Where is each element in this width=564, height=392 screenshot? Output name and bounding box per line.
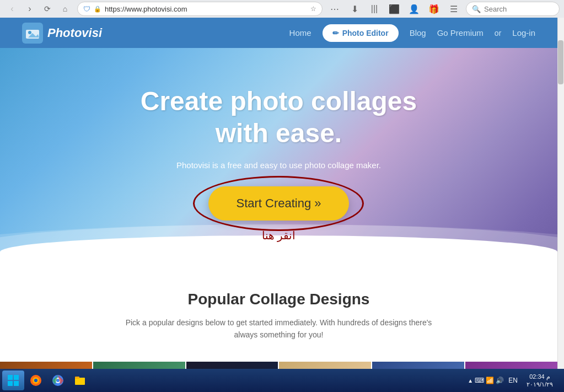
forward-button[interactable]: › — [22, 1, 37, 17]
svg-rect-6 — [14, 381, 19, 386]
windows-icon — [7, 374, 20, 387]
settings-button[interactable]: ☰ — [446, 1, 461, 17]
back-button[interactable]: ‹ — [4, 1, 20, 17]
bookmark-icon[interactable]: ☆ — [310, 5, 316, 13]
library-icon[interactable]: ||| — [367, 1, 382, 17]
svg-point-1 — [28, 31, 31, 34]
taskbar: ▲ ⌨ 📶 🔊 EN 02:34 م ٢٠١٩/١/٢٩ — [0, 369, 564, 392]
scrollbar[interactable] — [557, 18, 564, 391]
logo-text: Photovisi — [47, 26, 102, 40]
downloads-icon[interactable]: ⬇ — [347, 1, 362, 17]
taskbar-explorer[interactable] — [69, 370, 90, 390]
svg-point-12 — [56, 379, 60, 382]
hero-title: Create photo collages with ease. — [141, 85, 417, 149]
nav-or: or — [495, 29, 501, 37]
start-creating-wrapper: Start Creating » — [208, 186, 348, 221]
arabic-annotation: انقر هنا — [262, 229, 296, 242]
taskbar-firefox[interactable] — [25, 370, 46, 390]
arrow-up-icon[interactable]: ▲ — [468, 378, 473, 384]
logo-svg — [25, 25, 40, 41]
svg-rect-3 — [8, 375, 13, 380]
site-logo[interactable]: Photovisi — [22, 23, 102, 44]
keyboard-icon: ⌨ — [475, 377, 484, 384]
network-icon: 📶 — [486, 377, 494, 384]
pencil-icon: ✏ — [332, 29, 339, 37]
shield-icon: 🛡 — [83, 5, 90, 13]
taskbar-system-tray: ▲ ⌨ 📶 🔊 EN 02:34 م ٢٠١٩/١/٢٩ — [463, 373, 562, 389]
file-explorer-icon — [74, 374, 86, 386]
time-display: 02:34 م — [527, 373, 553, 380]
scrollbar-thumb[interactable] — [558, 40, 563, 84]
clock[interactable]: 02:34 م ٢٠١٩/١/٢٩ — [522, 373, 557, 389]
volume-icon[interactable]: 🔊 — [496, 377, 504, 384]
extensions-icon[interactable]: 🎁 — [426, 1, 442, 17]
popular-subtitle: Pick a popular designs below to get star… — [114, 316, 444, 341]
nav-go-premium[interactable]: Go Premium — [437, 28, 484, 37]
taskbar-chrome[interactable] — [47, 370, 68, 390]
refresh-button[interactable]: ⟳ — [40, 1, 55, 17]
chrome-icon — [52, 374, 64, 386]
address-bar[interactable]: 🛡 🔒 ☆ — [77, 2, 323, 16]
nav-photo-editor-btn[interactable]: ✏ Photo Editor — [323, 24, 399, 42]
site-navigation: Photovisi Home ✏ Photo Editor Blog Go Pr… — [0, 18, 557, 48]
nav-links: Home ✏ Photo Editor Blog Go Premium or L… — [289, 24, 535, 42]
nav-blog[interactable]: Blog — [410, 28, 426, 37]
collections-icon[interactable]: ⬛ — [386, 1, 402, 17]
home-button[interactable]: ⌂ — [57, 1, 73, 17]
popular-title: Popular Collage Designs — [22, 291, 535, 308]
svg-rect-4 — [14, 375, 19, 380]
nav-home[interactable]: Home — [289, 28, 311, 37]
lock-icon: 🔒 — [94, 6, 101, 13]
nav-login[interactable]: Log-in — [512, 28, 535, 37]
logo-icon — [22, 23, 43, 44]
hero-section: Create photo collages with ease. Photovi… — [0, 48, 557, 269]
date-display: ٢٠١٩/١/٢٩ — [527, 380, 553, 388]
search-icon: 🔍 — [472, 5, 481, 13]
start-creating-button[interactable]: Start Creating » — [208, 186, 348, 221]
url-input[interactable] — [105, 5, 307, 13]
svg-rect-5 — [8, 381, 13, 386]
svg-rect-14 — [75, 377, 79, 379]
hero-subtitle: Photovisi is a free and easy to use phot… — [176, 160, 381, 170]
popular-section: Popular Collage Designs Pick a popular d… — [0, 269, 557, 369]
svg-point-9 — [34, 379, 37, 382]
more-options-button[interactable]: ⋯ — [327, 1, 342, 17]
language-indicator[interactable]: EN — [506, 375, 520, 385]
start-button[interactable] — [2, 370, 24, 390]
ellipsis-icon: ⋯ — [330, 4, 339, 14]
system-icons: ▲ ⌨ 📶 🔊 — [468, 377, 504, 384]
account-icon[interactable]: 👤 — [406, 1, 422, 17]
firefox-icon — [30, 374, 42, 386]
search-input[interactable] — [484, 5, 564, 13]
browser-search-box[interactable]: 🔍 — [466, 2, 560, 16]
